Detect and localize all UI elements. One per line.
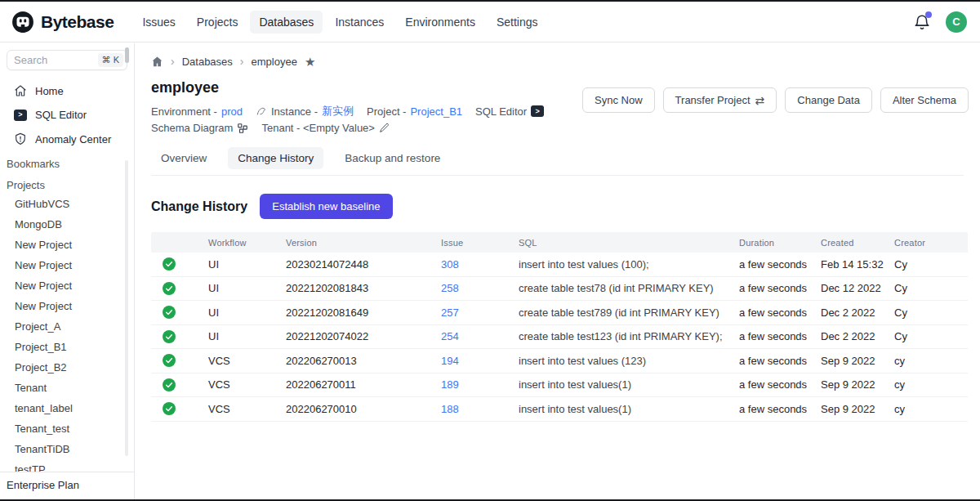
topbar-right: C [913,11,980,33]
cell-version: 20221202081843 [286,282,441,294]
cell-created: Dec 12 2022 [821,282,894,294]
bytebase-logo[interactable]: Bytebase [0,10,114,34]
cell-workflow: VCS [208,403,286,415]
sidebar-item-label: Home [35,85,64,97]
sidebar-project-tenant-test[interactable]: Tenant_test [0,418,134,439]
issue-link[interactable]: 308 [441,258,519,271]
issue-link[interactable]: 194 [441,355,519,367]
sidebar-section-bookmarks: Bookmarks [0,151,134,172]
sql-editor-shortcut[interactable]: SQL Editor > [475,105,544,118]
cell-workflow: UI [208,258,286,271]
sidebar-project-project-b1[interactable]: Project_B1 [0,337,134,357]
nav-environments[interactable]: Environments [396,11,484,34]
col-created: Created [821,238,894,248]
sidebar-item-sql-editor[interactable]: > SQL Editor [0,103,134,127]
cell-workflow: VCS [208,378,286,391]
transfer-project-button[interactable]: Transfer Project ⇄ [663,87,777,113]
change-history-section-header: Change History Establish new baseline [151,194,980,219]
sidebar-project-project-a[interactable]: Project_A [0,316,134,337]
project-link[interactable]: Project_B1 [410,105,462,118]
cell-workflow: UI [208,282,286,294]
edit-pencil-icon[interactable] [379,123,390,133]
cell-duration: a few seconds [739,378,821,391]
sidebar-project-new-project-3[interactable]: New Project [0,275,134,296]
sidebar-project-tenanttidb[interactable]: TenantTiDB [0,439,134,459]
alter-schema-button[interactable]: Alter Schema [880,87,969,113]
sidebar-project-mongodb[interactable]: MongoDB [0,214,134,235]
col-version: Version [286,238,441,248]
cell-duration: a few seconds [739,330,821,342]
col-workflow: Workflow [208,238,286,248]
sidebar-project-project-b2[interactable]: Project_B2 [0,357,134,378]
table-row[interactable]: UI 20221202081649 257 create table test7… [151,301,968,325]
tab-change-history[interactable]: Change History [228,147,323,169]
breadcrumb-employee[interactable]: employee [252,56,297,68]
sidebar-scrollbar-thumb[interactable] [125,47,129,63]
sidebar-project-new-project-2[interactable]: New Project [0,255,134,275]
nav-settings[interactable]: Settings [488,11,547,34]
table-row[interactable]: UI 20230214072448 308 insert into test v… [151,253,968,277]
col-issue: Issue [441,238,519,248]
primary-nav: Issues Projects Databases Instances Envi… [133,11,546,34]
table-row[interactable]: VCS 202206270013 194 insert into test va… [151,349,968,374]
table-row[interactable]: VCS 202206270010 188 insert into test va… [151,397,968,422]
sidebar-item-anomaly-center[interactable]: Anomaly Center [0,127,134,151]
issue-link[interactable]: 258 [441,282,519,294]
sidebar-project-tenant[interactable]: Tenant [0,378,134,398]
sidebar-item-home[interactable]: Home [0,78,134,103]
cell-sql: insert into test values(1) [519,378,739,391]
keyboard-shortcut-badge: ⌘ K [98,53,123,67]
sync-now-button[interactable]: Sync Now [582,87,655,113]
cell-created: Feb 14 15:32 [821,258,894,271]
schema-diagram-shortcut[interactable]: Schema Diagram [151,122,248,134]
environment-link[interactable]: prod [221,105,243,118]
tab-backup-and-restore[interactable]: Backup and restore [335,147,450,169]
mysql-engine-icon [256,105,267,117]
sql-editor-label: SQL Editor [475,105,527,118]
terminal-icon: > [14,110,27,121]
nav-projects[interactable]: Projects [188,11,247,34]
nav-databases[interactable]: Databases [250,11,323,34]
cell-duration: a few seconds [739,258,821,271]
cell-version: 20221202081649 [286,306,441,319]
table-row[interactable]: UI 20221202081843 258 create table test7… [151,277,968,302]
issue-link[interactable]: 257 [441,306,519,319]
nav-instances[interactable]: Instances [326,11,393,34]
tab-overview[interactable]: Overview [151,147,216,169]
breadcrumb-home-icon[interactable] [151,56,163,68]
favorite-star-icon[interactable]: ★ [305,56,315,68]
home-icon [14,84,27,97]
cell-workflow: UI [208,330,286,342]
sidebar-project-new-project-1[interactable]: New Project [0,235,134,255]
sidebar: ⌘ K Home > SQL Editor Anomaly Center Boo… [0,43,135,499]
search-input[interactable] [14,54,81,66]
table-row[interactable]: VCS 202206270011 189 insert into test va… [151,374,968,398]
notification-dot [925,11,932,18]
project-list-scrollbar[interactable] [125,160,128,456]
brand-name: Bytebase [41,12,114,32]
plan-badge: Enterprise Plan [0,472,134,499]
instance-link[interactable]: 新实例 [322,104,354,119]
cell-creator: cy [894,355,968,367]
cell-duration: a few seconds [739,403,821,415]
cell-creator: Cy [894,258,968,271]
change-data-button[interactable]: Change Data [785,87,872,113]
establish-baseline-button[interactable]: Establish new baseline [260,194,392,219]
database-meta-row-1: Environment - prod Instance - 新实例 Projec… [135,96,625,134]
cell-creator: cy [894,378,968,391]
issue-link[interactable]: 254 [441,330,519,342]
sidebar-project-tenant-label[interactable]: tenant_label [0,398,134,418]
issue-link[interactable]: 188 [441,403,519,415]
sidebar-project-new-project-4[interactable]: New Project [0,296,134,316]
sidebar-project-githubvcs[interactable]: GitHubVCS [0,194,134,214]
issue-link[interactable]: 189 [441,378,519,391]
cell-duration: a few seconds [739,306,821,319]
breadcrumb-databases[interactable]: Databases [182,56,233,68]
notifications-bell-icon[interactable] [913,13,931,31]
table-row[interactable]: UI 20221202074022 254 create table test1… [151,325,968,350]
environment-label: Environment - [151,105,217,118]
search-box[interactable]: ⌘ K [7,50,127,70]
success-check-icon [163,330,176,343]
nav-issues[interactable]: Issues [133,11,184,34]
user-avatar[interactable]: C [946,11,967,33]
